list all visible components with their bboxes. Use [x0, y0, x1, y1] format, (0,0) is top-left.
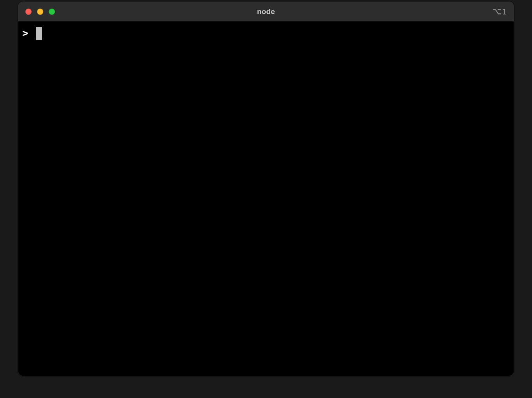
close-button[interactable]	[25, 9, 32, 15]
traffic-lights	[18, 9, 55, 15]
pane-number: 1	[502, 7, 507, 16]
prompt-symbol: >	[22, 27, 28, 40]
minimize-button[interactable]	[37, 9, 43, 15]
zoom-button[interactable]	[49, 9, 55, 15]
title-bar[interactable]: node 1	[18, 2, 514, 21]
terminal-window: node 1 >	[18, 2, 514, 376]
pane-indicator: 1	[493, 7, 507, 16]
window-title: node	[257, 7, 275, 16]
terminal-body[interactable]: >	[18, 21, 514, 376]
cursor	[36, 27, 42, 40]
prompt-line: >	[22, 27, 510, 40]
option-key-icon	[493, 8, 501, 15]
